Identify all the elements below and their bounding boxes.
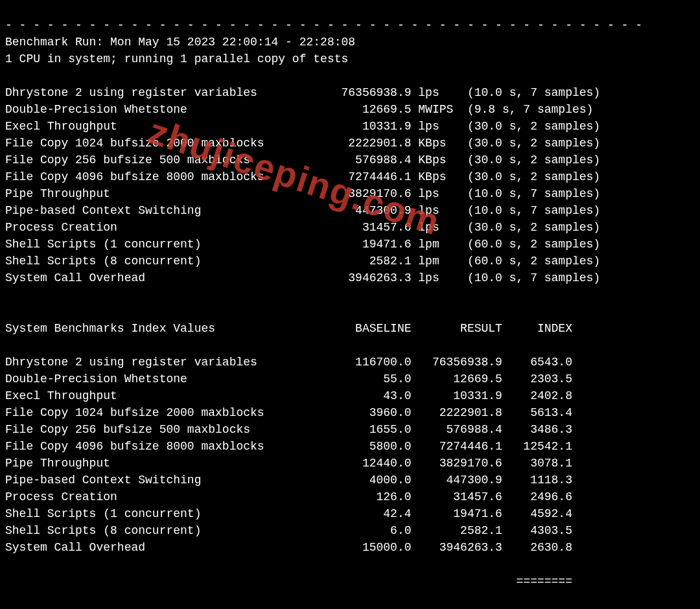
index-values-block: Dhrystone 2 using register variables 116… [5, 354, 695, 556]
benchmark-run-header: Benchmark Run: Mon May 15 2023 22:00:14 … [5, 36, 355, 49]
terminal-output: - - - - - - - - - - - - - - - - - - - - … [0, 0, 700, 609]
index-divider: ======== [5, 573, 695, 590]
divider-dashes: - - - - - - - - - - - - - - - - - - - - … [5, 19, 642, 32]
cpu-info-line: 1 CPU in system; running 1 parallel copy… [5, 52, 348, 65]
index-score-row: System Benchmarks Index Score 3547.4 [5, 606, 695, 609]
index-header-row: System Benchmarks Index Values BASELINE … [5, 320, 695, 337]
benchmark-results-block: Dhrystone 2 using register variables 763… [5, 84, 695, 286]
